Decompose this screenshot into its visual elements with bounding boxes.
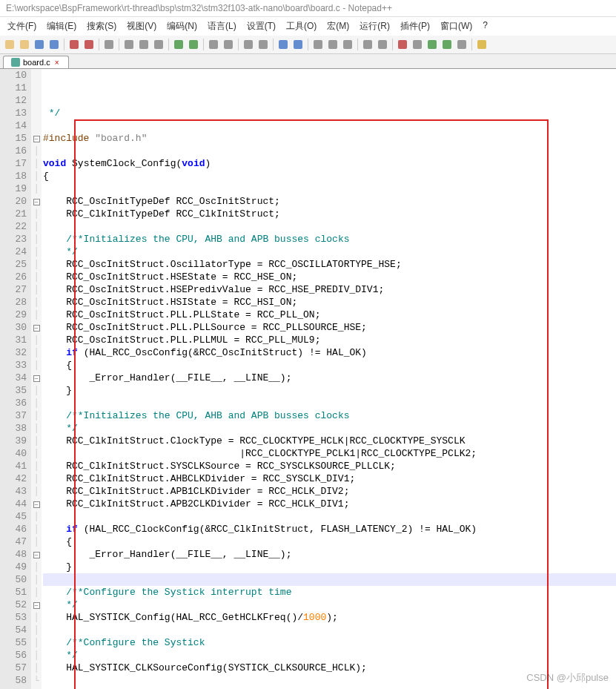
macro-stop-icon[interactable] [411,38,424,51]
code-line-25[interactable]: RCC_OscInitStruct.HSIState = RCC_HSI_ON; [43,296,616,309]
code-line-28[interactable]: RCC_OscInitStruct.PLL.PLLMUL = RCC_PLL_M… [43,334,616,346]
menu-1[interactable]: 编辑(E) [42,19,81,34]
code-line-16[interactable] [43,182,616,195]
menu-8[interactable]: 宏(M) [322,19,354,34]
sync-h-icon[interactable] [291,38,305,51]
code-line-53[interactable]: */ [43,649,616,662]
menu-12[interactable]: ? [478,19,492,34]
close-all-icon[interactable] [82,38,96,51]
fold-toggle[interactable]: − [33,136,40,142]
fold-toggle[interactable]: − [33,325,40,332]
fold-toggle[interactable]: − [33,375,40,382]
menu-4[interactable]: 编码(N) [162,19,202,34]
code-line-52[interactable]: /**Configure the Systick [43,636,616,649]
code-line-23[interactable]: RCC_OscInitStruct.HSEState = RCC_HSE_ON; [43,271,616,283]
macro-rec-icon[interactable] [396,38,409,51]
paste-icon[interactable] [152,38,165,51]
code-line-35[interactable]: */ [43,422,616,435]
sync-v-icon[interactable] [276,38,290,51]
code-line-47[interactable] [43,573,616,586]
file-tab[interactable]: board.c × [3,56,69,68]
tab-close-button[interactable]: × [53,59,61,66]
code-line-46[interactable]: } [43,561,616,573]
zoom-in-icon[interactable] [242,38,255,51]
redo-icon[interactable] [187,38,200,51]
fold-toggle[interactable]: − [33,199,40,205]
save-all-icon[interactable] [47,38,61,51]
spell-icon[interactable] [475,38,489,51]
zoom-out-icon[interactable] [256,38,270,51]
code-line-42[interactable] [43,510,616,523]
find-icon[interactable] [207,38,220,51]
code-line-51[interactable] [43,624,616,636]
menu-0[interactable]: 文件(F) [3,19,41,34]
lang-icon[interactable] [361,38,374,51]
print-icon[interactable] [102,38,116,51]
code-line-19[interactable] [43,220,616,233]
watermark: CSDN @小邱pulse [526,671,609,685]
svg-rect-1 [20,40,29,49]
code-line-15[interactable]: { [43,170,616,182]
menu-10[interactable]: 插件(P) [396,19,434,34]
editor[interactable]: 1011121314151617181920212223242526272829… [0,69,616,689]
code-line-26[interactable]: RCC_OscInitStruct.PLL.PLLState = RCC_PLL… [43,309,616,321]
code-line-30[interactable]: { [43,359,616,372]
code-line-27[interactable]: RCC_OscInitStruct.PLL.PLLSource = RCC_PL… [43,321,616,334]
menu-9[interactable]: 运行(R) [355,19,394,34]
code-line-36[interactable]: RCC_ClkInitStruct.ClockType = RCC_CLOCKT… [43,435,616,447]
menu-7[interactable]: 工具(O) [282,19,321,34]
code-line-37[interactable]: |RCC_CLOCKTYPE_PCLK1|RCC_CLOCKTYPE_PCLK2… [43,447,616,460]
code-line-39[interactable]: RCC_ClkInitStruct.AHBCLKDivider = RCC_SY… [43,472,616,485]
fold-toggle[interactable]: − [33,602,40,609]
code-line-40[interactable]: RCC_ClkInitStruct.APB1CLKDivider = RCC_H… [43,485,616,498]
replace-icon[interactable] [222,38,235,51]
code-line-44[interactable]: { [43,535,616,548]
code-line-24[interactable]: RCC_OscInitStruct.HSEPredivValue = RCC_H… [43,283,616,296]
code-line-14[interactable]: void SystemClock_Config(void) [43,157,616,170]
undo-icon[interactable] [172,38,185,51]
fold-toggle[interactable]: − [33,552,40,558]
code-area[interactable]: */ #include "board.h" void SystemClock_C… [42,69,616,689]
menu-2[interactable]: 搜索(S) [82,19,121,34]
code-line-31[interactable]: _Error_Handler(__FILE__, __LINE__); [43,372,616,384]
close-icon[interactable] [67,38,81,51]
code-line-49[interactable]: */ [43,599,616,611]
open-file-icon[interactable] [18,38,31,51]
code-line-48[interactable]: /**Configure the Systick interrupt time [43,586,616,599]
code-line-21[interactable]: */ [43,245,616,258]
code-line-11[interactable] [43,119,616,132]
code-line-10[interactable]: */ [43,107,616,119]
code-line-45[interactable]: _Error_Handler(__FILE__, __LINE__); [43,548,616,561]
code-line-43[interactable]: if (HAL_RCC_ClockConfig(&RCC_ClkInitStru… [43,523,616,535]
fold-toggle[interactable]: − [33,501,40,508]
code-line-38[interactable]: RCC_ClkInitStruct.SYSCLKSource = RCC_SYS… [43,460,616,472]
code-line-33[interactable] [43,397,616,409]
code-line-50[interactable]: HAL_SYSTICK_Config(HAL_RCC_GetHCLKFreq()… [43,611,616,624]
allchars-icon[interactable] [326,38,340,51]
copy-icon[interactable] [137,38,150,51]
save-icon[interactable] [33,38,46,51]
indent-icon[interactable] [341,38,354,51]
macro-multi-icon[interactable] [440,38,454,51]
code-line-18[interactable]: RCC_ClkInitTypeDef RCC_ClkInitStruct; [43,208,616,220]
menu-3[interactable]: 视图(V) [122,19,161,34]
code-line-20[interactable]: /**Initializes the CPU, AHB and APB buss… [43,233,616,245]
menu-6[interactable]: 设置(T) [242,19,280,34]
macro-save-icon[interactable] [455,38,468,51]
code-line-13[interactable] [43,145,616,157]
cut-icon[interactable] [122,38,136,51]
code-line-34[interactable]: /**Initializes the CPU, AHB and APB buss… [43,409,616,422]
code-line-29[interactable]: if (HAL_RCC_OscConfig(&RCC_OscInitStruct… [43,346,616,359]
new-file-icon[interactable] [3,38,16,51]
menu-11[interactable]: 窗口(W) [436,19,477,34]
wordwrap-icon[interactable] [311,38,325,51]
code-line-12[interactable]: #include "board.h" [43,132,616,145]
code-line-41[interactable]: RCC_ClkInitStruct.APB2CLKDivider = RCC_H… [43,498,616,510]
fold-column[interactable]: −││││−│││││││││−│││−│││││││││−│││−│││−││… [31,69,42,689]
menu-5[interactable]: 语言(L) [203,19,241,34]
code-line-22[interactable]: RCC_OscInitStruct.OscillatorType = RCC_O… [43,258,616,271]
eol-icon[interactable] [376,38,389,51]
macro-play-icon[interactable] [425,38,439,51]
code-line-32[interactable]: } [43,384,616,397]
code-line-17[interactable]: RCC_OscInitTypeDef RCC_OscInitStruct; [43,195,616,208]
